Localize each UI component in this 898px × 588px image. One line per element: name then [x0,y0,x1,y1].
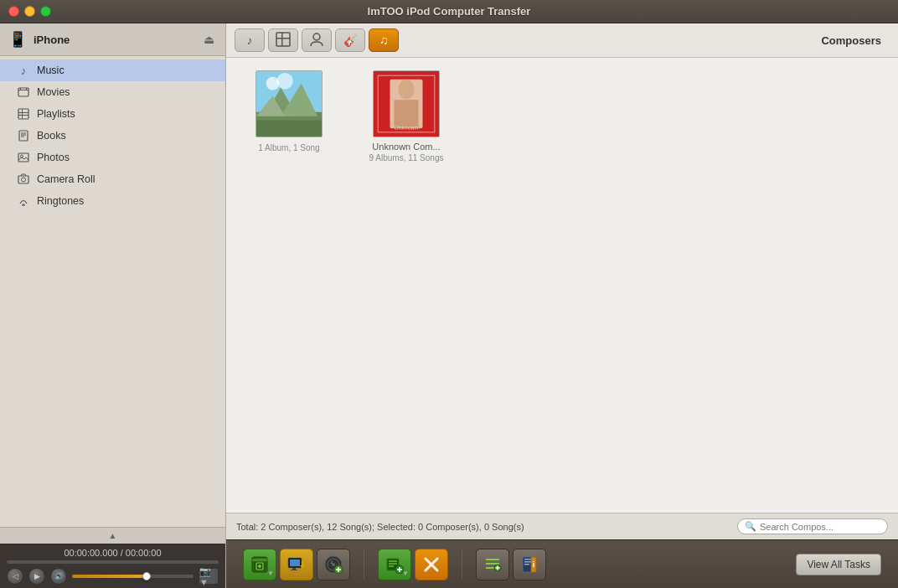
toolbar-separator-2 [462,549,462,580]
info-button[interactable]: i [513,549,546,580]
composer-count-1: 1 Album, 1 Song [258,143,319,152]
sidebar-item-photos[interactable]: Photos [0,147,225,168]
search-input[interactable] [760,522,877,532]
tab-artists[interactable] [302,28,332,52]
svg-rect-18 [276,33,290,46]
play-button[interactable]: ▶ [28,568,45,585]
svg-point-33 [398,80,415,99]
maximize-button[interactable] [40,6,51,17]
svg-rect-30 [374,71,439,137]
ringtones-icon [17,194,30,208]
sidebar-item-label: Photos [37,152,70,163]
title-bar: ImTOO iPod Computer Transfer [0,0,898,23]
device-name: iPhone [34,34,194,46]
window-controls [8,6,51,17]
sidebar-item-label: Camera Roll [37,173,95,185]
progress-bar[interactable] [7,560,219,564]
playlist-manager-button[interactable] [476,549,509,580]
svg-point-15 [22,178,26,182]
sidebar-item-books[interactable]: Books [0,125,225,147]
sidebar-item-music[interactable]: ♪ Music [0,59,225,81]
svg-rect-14 [18,176,28,183]
playlists-icon [17,107,30,121]
tab-albums[interactable] [268,28,298,52]
sidebar-item-camera-roll[interactable]: Camera Roll [0,168,225,190]
svg-rect-5 [18,112,28,113]
add-playlist-button[interactable]: ▼ [378,549,411,580]
sidebar-item-movies[interactable]: Movies [0,81,225,103]
svg-text:♪: ♪ [330,559,333,565]
tab-composers[interactable]: ♫ [369,28,399,52]
search-box[interactable]: 🔍 [737,518,888,534]
status-bar: Total: 2 Composer(s), 12 Song(s); Select… [226,513,898,539]
volume-thumb [142,572,151,580]
svg-rect-32 [390,80,423,129]
dropdown-arrow-icon: ▼ [267,570,274,577]
main-container: 📱 iPhone ⏏ ♪ Music Movies Playlists [0,23,898,588]
play-prev-button[interactable]: ◁ [7,568,23,585]
svg-rect-45 [291,570,297,570]
music-icon: ♪ [17,64,30,77]
books-icon [17,129,30,142]
add-to-device-button[interactable]: ▼ [243,549,276,580]
tab-genres[interactable]: 🎸 [335,28,365,52]
sidebar-item-ringtones[interactable]: Ringtones [0,190,225,212]
sidebar-item-label: Books [37,130,66,142]
svg-rect-7 [22,109,23,119]
status-text: Total: 2 Composer(s), 12 Song(s); Select… [236,522,729,532]
toolbar-group-right: i [476,549,546,580]
movies-icon [17,85,30,99]
composers-icon: ♫ [379,34,389,47]
camera-button[interactable]: 📷▼ [199,568,219,585]
composer-count-2: 9 Albums, 11 Songs [369,153,444,162]
time-display: 00:00:00.000 / 00:00:00 [7,548,219,558]
svg-rect-2 [20,88,21,90]
sidebar-list: ♪ Music Movies Playlists Books [0,56,225,527]
play-next-button[interactable]: 🔊 [50,568,67,585]
collapse-button[interactable]: ▲ [0,527,225,544]
add-music-button[interactable]: ♪ [317,549,350,580]
svg-rect-31 [378,75,435,132]
svg-text:Unknown: Unknown [395,125,419,131]
svg-rect-44 [292,568,296,570]
svg-point-21 [313,34,320,40]
tab-songs[interactable]: ♪ [235,28,265,52]
transfer-to-computer-button[interactable] [280,549,313,580]
eject-button[interactable]: ⏏ [200,31,217,48]
volume-slider[interactable] [72,575,194,578]
albums-icon [276,32,291,49]
player-controls: ◁ ▶ 🔊 📷▼ [7,568,219,585]
composer-art-2: Unknown [373,70,440,137]
camera-roll-icon [17,173,30,186]
tab-bar: ♪ 🎸 ♫ Composers [226,23,898,58]
minimize-button[interactable] [24,6,35,17]
svg-rect-1 [18,90,28,90]
svg-rect-8 [19,131,28,141]
svg-rect-4 [18,109,28,119]
composer-name-2: Unknown Com... [372,142,440,152]
sidebar-item-label: Movies [37,86,70,98]
svg-rect-43 [290,560,300,566]
svg-rect-3 [26,88,27,90]
svg-rect-0 [18,88,28,96]
section-title: Composers [821,34,890,47]
close-button[interactable] [8,6,19,17]
view-all-tasks-button[interactable]: View All Tasks [796,554,881,575]
svg-rect-27 [256,121,322,137]
artists-icon [309,32,324,49]
delete-button[interactable] [415,549,448,580]
sidebar-item-playlists[interactable]: Playlists [0,103,225,125]
photos-icon [17,151,30,164]
toolbar-group-middle: ▼ [378,549,448,580]
svg-point-29 [276,73,293,90]
content-grid: 1 Album, 1 Song Unknown [226,58,898,513]
svg-rect-34 [394,100,418,128]
svg-rect-71 [524,559,531,560]
search-icon: 🔍 [745,521,756,532]
composer-item[interactable]: 1 Album, 1 Song [239,70,339,162]
svg-rect-72 [524,561,531,563]
sidebar-item-label: Music [37,64,65,76]
composer-item[interactable]: Unknown Unknown Com... 9 Albums, 11 Song… [356,70,457,162]
svg-rect-6 [18,115,28,116]
sidebar-item-label: Ringtones [37,195,84,207]
